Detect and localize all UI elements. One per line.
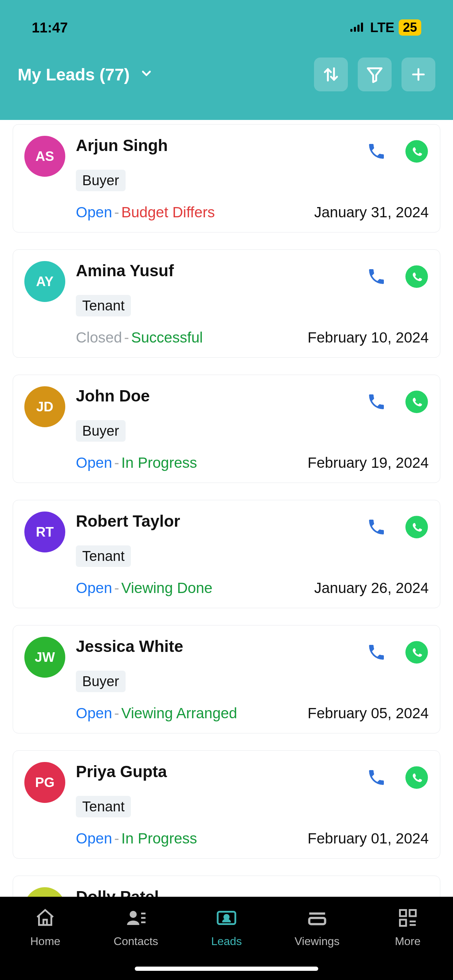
avatar: JW — [24, 637, 65, 678]
whatsapp-icon[interactable] — [405, 264, 429, 289]
more-icon — [395, 907, 421, 929]
lead-date: February 01, 2024 — [308, 830, 429, 847]
avatar: AY — [24, 261, 65, 302]
lead-card[interactable]: ASArjun SinghBuyerOpen-Budget DiffersJan… — [13, 124, 440, 232]
lead-name: Jessica White — [76, 637, 183, 656]
svg-rect-23 — [400, 920, 406, 926]
nav-label: Contacts — [114, 935, 158, 948]
home-icon — [32, 907, 58, 929]
whatsapp-icon[interactable] — [405, 640, 429, 664]
sort-button[interactable] — [314, 57, 348, 91]
lead-type-tag: Tenant — [76, 796, 131, 818]
bottom-nav: Home Contacts Leads Viewings — [0, 897, 453, 980]
lead-card[interactable]: JDJohn DoeBuyerOpen-In ProgressFebruary … — [13, 375, 440, 483]
lead-name: Robert Taylor — [76, 512, 180, 531]
network-label: LTE — [370, 20, 394, 35]
lead-card[interactable]: RTRobert TaylorTenantOpen-Viewing DoneJa… — [13, 500, 440, 608]
lead-date: February 10, 2024 — [308, 329, 429, 346]
lead-status: Open-Budget Differs — [76, 204, 215, 221]
svg-rect-20 — [309, 918, 325, 924]
lead-card[interactable]: AYAmina YusufTenantClosed-SuccessfulFebr… — [13, 250, 440, 358]
lead-status: Open-Viewing Done — [76, 580, 212, 597]
whatsapp-icon[interactable] — [405, 515, 429, 539]
lead-type-tag: Buyer — [76, 170, 126, 191]
lead-type-tag: Tenant — [76, 295, 131, 317]
phone-icon[interactable] — [367, 142, 386, 161]
home-indicator[interactable] — [135, 967, 318, 971]
contacts-icon — [123, 907, 149, 929]
title-dropdown[interactable]: My Leads (77) — [17, 65, 153, 84]
avatar — [24, 887, 65, 897]
lead-status: Open-In Progress — [76, 830, 197, 847]
whatsapp-icon[interactable] — [405, 139, 429, 163]
svg-marker-4 — [368, 68, 382, 82]
lead-card[interactable]: JWJessica WhiteBuyerOpen-Viewing Arrange… — [13, 625, 440, 733]
svg-rect-3 — [361, 22, 363, 32]
svg-rect-21 — [400, 910, 406, 916]
lead-card[interactable]: PGPriya GuptaTenantOpen-In ProgressFebru… — [13, 750, 440, 859]
nav-label: Leads — [211, 935, 242, 948]
nav-home[interactable]: Home — [0, 907, 91, 948]
header-actions — [314, 57, 436, 91]
lead-type-tag: Buyer — [76, 420, 126, 442]
nav-more[interactable]: More — [362, 907, 453, 948]
viewings-icon — [304, 907, 330, 929]
phone-icon[interactable] — [367, 267, 386, 286]
avatar: PG — [24, 762, 65, 803]
whatsapp-icon[interactable] — [405, 765, 429, 789]
add-button[interactable] — [402, 57, 436, 91]
phone-icon[interactable] — [367, 517, 386, 537]
whatsapp-icon[interactable] — [405, 390, 429, 414]
lead-name: Priya Gupta — [76, 762, 167, 781]
nav-contacts[interactable]: Contacts — [91, 907, 181, 948]
lead-date: January 31, 2024 — [314, 204, 429, 221]
svg-point-13 — [130, 911, 137, 918]
page-title: My Leads (77) — [17, 65, 129, 84]
signal-icon — [350, 22, 366, 32]
nav-label: Viewings — [295, 935, 339, 948]
lead-date: February 19, 2024 — [308, 454, 429, 471]
svg-rect-22 — [410, 910, 416, 916]
nav-label: More — [395, 935, 421, 948]
leads-icon — [214, 907, 239, 929]
avatar: JD — [24, 386, 65, 427]
lead-name: Dolly Patel — [76, 887, 429, 897]
lead-type-tag: Buyer — [76, 671, 126, 692]
lead-card[interactable]: Dolly Patel — [13, 876, 440, 897]
lead-date: January 26, 2024 — [314, 580, 429, 597]
phone-icon[interactable] — [367, 768, 386, 788]
svg-rect-1 — [354, 27, 356, 32]
avatar: RT — [24, 512, 65, 552]
chevron-down-icon — [139, 65, 153, 84]
lead-name: Arjun Singh — [76, 136, 168, 155]
lead-status: Open-Viewing Arranged — [76, 705, 237, 722]
status-right: LTE 25 — [350, 19, 421, 36]
lead-status: Closed-Successful — [76, 329, 203, 346]
svg-rect-2 — [358, 25, 359, 32]
app-header: 11:47 LTE 25 My Leads (77) — [0, 0, 453, 120]
lead-name: Amina Yusuf — [76, 261, 174, 280]
lead-type-tag: Tenant — [76, 546, 131, 567]
phone-icon[interactable] — [367, 643, 386, 662]
svg-point-18 — [224, 915, 229, 920]
battery-level: 25 — [399, 19, 421, 36]
nav-label: Home — [30, 935, 60, 948]
avatar: AS — [24, 136, 65, 177]
filter-button[interactable] — [358, 57, 392, 91]
nav-viewings[interactable]: Viewings — [272, 907, 362, 948]
phone-icon[interactable] — [367, 392, 386, 412]
status-bar: 11:47 LTE 25 — [0, 0, 453, 36]
lead-list[interactable]: ASArjun SinghBuyerOpen-Budget DiffersJan… — [0, 120, 453, 897]
clock: 11:47 — [32, 20, 68, 36]
lead-name: John Doe — [76, 386, 150, 405]
svg-rect-0 — [350, 29, 353, 32]
nav-leads[interactable]: Leads — [181, 907, 272, 948]
lead-status: Open-In Progress — [76, 454, 197, 471]
header-row: My Leads (77) — [0, 36, 453, 91]
lead-date: February 05, 2024 — [308, 705, 429, 722]
